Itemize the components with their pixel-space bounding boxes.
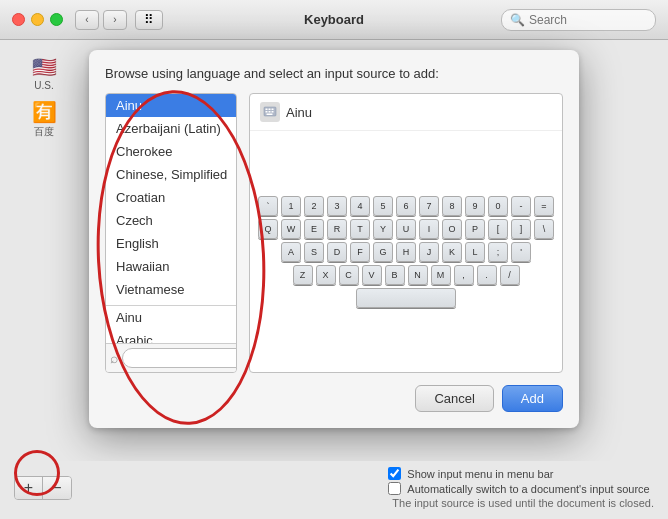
keyboard-row-1: ` 1 2 3 4 5 6 7 8 9 0 - = (258, 196, 554, 216)
nav-buttons: ‹ › ⠿ (75, 10, 163, 30)
svg-rect-1 (266, 109, 268, 111)
key: ] (511, 219, 531, 239)
key: N (408, 265, 428, 285)
list-item[interactable]: Ainu (106, 94, 236, 117)
list-item[interactable]: Vietnamese (106, 278, 236, 301)
dialog-body: Ainu Azerbaijani (Latin) Cherokee Chines… (105, 93, 563, 373)
add-input-source-dialog: Browse using language and select an inpu… (89, 50, 579, 428)
back-button[interactable]: ‹ (75, 10, 99, 30)
list-item[interactable]: Czech (106, 209, 236, 232)
space-key (356, 288, 456, 308)
auto-switch-option: Automatically switch to a document's inp… (388, 482, 654, 495)
grid-icon: ⠿ (144, 12, 154, 27)
show-menu-checkbox[interactable] (388, 467, 401, 480)
key: 0 (488, 196, 508, 216)
key: W (281, 219, 301, 239)
key: 8 (442, 196, 462, 216)
key: T (350, 219, 370, 239)
key: C (339, 265, 359, 285)
auto-switch-label: Automatically switch to a document's inp… (407, 483, 649, 495)
key: X (316, 265, 336, 285)
list-item[interactable]: Hawaiian (106, 255, 236, 278)
key: ` (258, 196, 278, 216)
list-item[interactable]: Azerbaijani (Latin) (106, 117, 236, 140)
key: / (500, 265, 520, 285)
key: B (385, 265, 405, 285)
key: R (327, 219, 347, 239)
dialog-overlay: Browse using language and select an inpu… (0, 40, 668, 519)
key: [ (488, 219, 508, 239)
forward-button[interactable]: › (103, 10, 127, 30)
svg-rect-7 (267, 114, 273, 116)
list-item[interactable]: Croatian (106, 186, 236, 209)
back-icon: ‹ (85, 14, 88, 25)
key: S (304, 242, 324, 262)
show-menu-option: Show input menu in menu bar (388, 467, 654, 480)
cancel-button[interactable]: Cancel (415, 385, 493, 412)
key: E (304, 219, 324, 239)
key: 5 (373, 196, 393, 216)
key: 4 (350, 196, 370, 216)
keyboard-row-space (258, 288, 554, 308)
bottom-options: Show input menu in menu bar Automaticall… (388, 467, 654, 509)
key: ' (511, 242, 531, 262)
search-input[interactable] (529, 13, 629, 27)
key: 6 (396, 196, 416, 216)
key: 9 (465, 196, 485, 216)
key: A (281, 242, 301, 262)
auto-switch-checkbox[interactable] (388, 482, 401, 495)
list-item[interactable]: Chinese, Simplified (106, 163, 236, 186)
list-item[interactable]: Ainu (106, 305, 236, 329)
search-small-icon: ⌕ (110, 350, 118, 366)
key: ; (488, 242, 508, 262)
list-item[interactable]: Arabic (106, 329, 236, 343)
grid-button[interactable]: ⠿ (135, 10, 163, 30)
add-button[interactable]: Add (502, 385, 563, 412)
svg-rect-4 (266, 111, 268, 113)
title-bar: ‹ › ⠿ Keyboard 🔍 (0, 0, 668, 40)
forward-icon: › (113, 14, 116, 25)
svg-rect-2 (269, 109, 271, 111)
key: L (465, 242, 485, 262)
svg-rect-6 (272, 111, 274, 113)
search-bar[interactable]: 🔍 (501, 9, 656, 31)
language-list[interactable]: Ainu Azerbaijani (Latin) Cherokee Chines… (106, 94, 236, 343)
key: - (511, 196, 531, 216)
svg-rect-3 (272, 109, 274, 111)
language-search-input[interactable] (122, 348, 237, 368)
remove-source-button[interactable]: − (43, 477, 71, 499)
key: J (419, 242, 439, 262)
key: 7 (419, 196, 439, 216)
keyboard-source-icon (260, 102, 280, 122)
language-search-bar: ⌕ ✕ (106, 343, 236, 372)
language-list-container: Ainu Azerbaijani (Latin) Cherokee Chines… (105, 93, 237, 373)
list-item[interactable]: English (106, 232, 236, 255)
window-footer: + − Show input menu in menu bar Automati… (0, 461, 668, 519)
key: V (362, 265, 382, 285)
key: , (454, 265, 474, 285)
keyboard-row-2: Q W E R T Y U I O P [ ] \ (258, 219, 554, 239)
keyboard-header: Ainu (250, 94, 562, 131)
key: U (396, 219, 416, 239)
key: Y (373, 219, 393, 239)
key: M (431, 265, 451, 285)
key: O (442, 219, 462, 239)
add-source-button[interactable]: + (15, 477, 43, 499)
key: D (327, 242, 347, 262)
key: 3 (327, 196, 347, 216)
traffic-lights (12, 13, 63, 26)
window-title: Keyboard (304, 12, 364, 27)
list-item[interactable]: Cherokee (106, 140, 236, 163)
key: 1 (281, 196, 301, 216)
show-menu-label: Show input menu in menu bar (407, 468, 553, 480)
minimize-button[interactable] (31, 13, 44, 26)
close-button[interactable] (12, 13, 25, 26)
key: Q (258, 219, 278, 239)
keyboard-row-3: A S D F G H J K L ; ' (258, 242, 554, 262)
key: Z (293, 265, 313, 285)
key: = (534, 196, 554, 216)
key: I (419, 219, 439, 239)
keyboard-visual: ` 1 2 3 4 5 6 7 8 9 0 - = (250, 131, 562, 372)
maximize-button[interactable] (50, 13, 63, 26)
keyboard-row-4: Z X C V B N M , . / (258, 265, 554, 285)
